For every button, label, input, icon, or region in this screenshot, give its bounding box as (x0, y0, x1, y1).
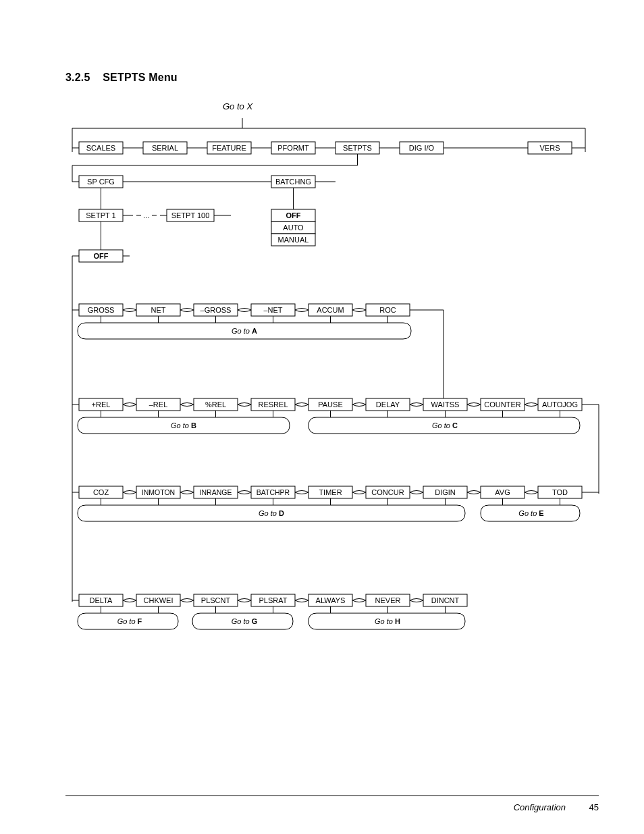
label: AVG (495, 488, 510, 496)
node-pformt: PFORMT (271, 142, 336, 154)
label: ACCUM (317, 306, 344, 314)
row-h: ALWAYS NEVER DINCNT (308, 594, 467, 606)
goto-b: Go to B (171, 421, 196, 429)
label: BATCHPR (257, 488, 290, 496)
label: SP CFG (87, 178, 115, 186)
batchng-manual: MANUAL (271, 234, 315, 246)
section-heading: 3.2.5 SETPTS Menu (65, 72, 178, 84)
batchng-off: OFF (271, 209, 315, 221)
node-setpt1: SETPT 1 (79, 209, 141, 221)
node-serial: SERIAL (143, 142, 207, 154)
label: INMOTON (142, 488, 175, 496)
node-vers: VERS (528, 142, 585, 154)
label: DIGIN (435, 488, 456, 496)
label: DIG I/O (409, 144, 435, 152)
goto-d: Go to D (259, 509, 284, 517)
setpt-off: OFF (72, 250, 130, 262)
label: WAITSS (431, 400, 460, 409)
label: NEVER (375, 596, 401, 604)
footer-section: Configuration (514, 802, 566, 812)
batchng-auto: AUTO (271, 221, 315, 234)
label: MANUAL (278, 236, 309, 244)
label: –REL (149, 400, 168, 409)
label: TOD (552, 488, 568, 496)
goto-h: Go to H (375, 617, 400, 625)
label: AUTOJOG (542, 400, 578, 409)
label: OFF (94, 252, 109, 260)
label: NET (151, 306, 166, 314)
label: DINCNT (431, 596, 460, 604)
menu-diagram: SCALES SERIAL FEATURE PFORMT SETPTS (65, 118, 616, 658)
row-c: PAUSE DELAY WAITSS COUNTER AUTOJOG (308, 398, 582, 411)
node-batchng: BATCHNG (271, 176, 336, 188)
label: PLSCNT (201, 596, 231, 604)
label: CHKWEI (144, 596, 173, 604)
label: INRANGE (200, 488, 232, 496)
goto-c: Go to C (432, 421, 458, 429)
label: –NET (263, 306, 282, 314)
row-f: DELTA CHKWEI (79, 594, 180, 606)
label: SCALES (86, 144, 115, 152)
label: FEATURE (212, 144, 246, 152)
label: +REL (92, 400, 111, 409)
label: %REL (205, 400, 226, 409)
node-digio: DIG I/O (400, 142, 528, 154)
node-setpts: SETPTS (336, 142, 400, 154)
goto-g: Go to G (232, 617, 258, 625)
label: SETPTS (343, 144, 372, 152)
row-e: AVG TOD (481, 486, 582, 498)
row-a: GROSS NET –GROSS –NET ACCUM ROC (79, 304, 410, 316)
label: SERIAL (152, 144, 178, 152)
node-scales: SCALES (72, 142, 143, 154)
svg-rect-120 (71, 602, 74, 656)
label: OFF (286, 211, 301, 219)
label: COZ (93, 488, 109, 496)
dots: … (143, 211, 151, 219)
footer-rule (65, 796, 599, 796)
label: ROC (379, 306, 396, 314)
svg-rect-111 (597, 494, 600, 629)
node-feature: FEATURE (207, 142, 271, 154)
label: GROSS (88, 306, 115, 314)
goto-f: Go to F (117, 617, 142, 625)
node-setpt100: SETPT 100 (167, 209, 231, 221)
node-spcfg: SP CFG (72, 176, 271, 188)
label: SETPT 100 (171, 211, 210, 219)
label: TIMER (319, 488, 342, 496)
footer-page-number: 45 (589, 802, 599, 812)
row-d: COZ INMOTON INRANGE BATCHPR TIMER CONCUR… (79, 486, 467, 498)
goto-e: Go to E (518, 509, 543, 517)
label: COUNTER (484, 400, 520, 409)
heading-number: 3.2.5 (65, 72, 90, 83)
label: DELTA (90, 596, 113, 604)
page: 3.2.5 SETPTS Menu Go to X SCALES SERIAL (0, 0, 644, 834)
label: PAUSE (318, 400, 342, 409)
goto-a: Go to A (232, 327, 257, 335)
label: PLSRAT (259, 596, 288, 604)
goto-x-label: Go to X (223, 101, 252, 111)
label: SETPT 1 (86, 211, 115, 219)
label: –GROSS (200, 306, 232, 314)
label: RESREL (258, 400, 288, 409)
row-b: +REL –REL %REL RESREL (79, 398, 295, 411)
label: BATCHNG (275, 178, 311, 186)
label: AUTO (283, 224, 304, 232)
label: DELAY (376, 400, 400, 409)
label: ALWAYS (316, 596, 346, 604)
label: CONCUR (371, 488, 404, 496)
row-g: PLSCNT PLSRAT (194, 594, 295, 606)
heading-title: SETPTS Menu (103, 72, 178, 83)
label: VERS (540, 144, 560, 152)
label: PFORMT (277, 144, 309, 152)
